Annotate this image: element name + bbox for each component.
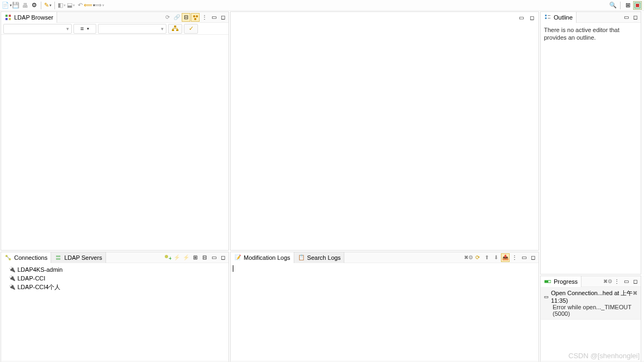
ldap-browser-tree[interactable] [1, 35, 228, 250]
clear-log-button[interactable]: ✖⚙ [464, 253, 473, 262]
maximize-icon[interactable]: ◻ [528, 13, 536, 22]
ldap-browser-panel: LDAP Browser ⟳ 🔗 ⊟ ⋮ ▭ ◻ ▾ = ▾ ▾ [1, 11, 229, 251]
maximize-icon[interactable]: ◻ [219, 253, 227, 262]
tab-ldap-servers-label: LDAP Servers [64, 254, 102, 261]
open-connection-button[interactable]: ⚡ [172, 253, 181, 262]
preferences-button[interactable]: ⚙ [30, 1, 39, 10]
filter-tree-button[interactable] [168, 24, 182, 34]
next-log-button[interactable]: ⬇ [492, 253, 500, 262]
tab-ldap-browser[interactable]: LDAP Browser [1, 12, 57, 23]
undo-button[interactable]: ↶ [76, 1, 84, 10]
export-log-button[interactable]: 📤 [501, 253, 510, 262]
minimize-icon[interactable]: ▭ [517, 13, 525, 22]
forward-button[interactable]: ⟹ [94, 1, 103, 10]
outline-icon [544, 14, 552, 21]
svg-rect-25 [545, 17, 547, 19]
ldap-browser-title: LDAP Browser [14, 14, 53, 21]
minimize-icon[interactable]: ▭ [209, 253, 218, 262]
servers-icon [54, 254, 62, 261]
minimize-icon[interactable]: ▭ [209, 13, 218, 22]
svg-rect-24 [548, 15, 550, 16]
tab-connections[interactable]: Connections [1, 252, 51, 263]
connections-list[interactable]: 🔌 LDAP4KS-admin 🔌 LDAP-CCI 🔌 LDAP-CCI4个人 [1, 263, 228, 362]
svg-rect-28 [544, 280, 548, 283]
connection-item[interactable]: 🔌 LDAP4KS-admin [3, 265, 226, 274]
tab-searchlog-label: Search Logs [307, 254, 341, 261]
svg-point-8 [194, 18, 196, 20]
svg-point-6 [193, 15, 195, 17]
connection-label: LDAP-CCI [17, 275, 45, 282]
maximize-icon[interactable]: ◻ [219, 13, 227, 22]
minimize-icon[interactable]: ▭ [519, 253, 528, 262]
modlog-icon: 📝 [234, 254, 242, 261]
progress-title: Progress [554, 278, 578, 285]
new-connection-button[interactable]: + [163, 253, 172, 262]
tab-progress[interactable]: Progress [541, 276, 581, 287]
svg-rect-5 [9, 18, 11, 20]
svg-rect-20 [56, 258, 60, 260]
ldap-browser-icon [4, 14, 12, 21]
show-dit-button[interactable]: ⊟ [182, 13, 190, 22]
schema-button[interactable]: ◧ [57, 1, 66, 10]
remove-task-button[interactable]: ✖ [631, 289, 639, 297]
show-searches-button[interactable] [191, 13, 200, 22]
outline-empty-message: There is no active editor that provides … [543, 25, 639, 42]
maximize-icon[interactable]: ◻ [631, 13, 640, 22]
view-menu-icon[interactable]: ⋮ [510, 253, 519, 262]
wand-button[interactable]: ✎ [44, 1, 52, 10]
tab-search-logs[interactable]: 📋 Search Logs [294, 252, 345, 263]
tab-modlog-label: Modification Logs [244, 254, 290, 261]
connections-panel: Connections LDAP Servers + ⚡ ⚡ ⊞ ⊟ [1, 252, 229, 362]
ldap-perspective-button[interactable] [633, 1, 642, 10]
svg-rect-9 [174, 26, 176, 27]
close-connection-button[interactable]: ⚡ [182, 253, 190, 262]
clear-all-button[interactable]: ✖⚙ [603, 277, 612, 286]
filter-operator-dropdown[interactable]: = ▾ [73, 24, 96, 34]
minimize-icon[interactable]: ▭ [622, 277, 630, 286]
prev-log-button[interactable]: ⬆ [482, 253, 491, 262]
svg-rect-23 [545, 15, 547, 16]
maximize-icon[interactable]: ◻ [529, 253, 537, 262]
separator [41, 2, 41, 9]
link-icon[interactable]: 🔗 [172, 13, 181, 22]
text-cursor [233, 265, 233, 272]
import-button[interactable]: ⬓ [66, 1, 75, 10]
filter-attr-dropdown[interactable]: ▾ [3, 24, 72, 34]
view-menu-icon[interactable]: ⋮ [200, 13, 209, 22]
search-icon[interactable]: 🔍 [609, 1, 617, 10]
svg-rect-1 [636, 4, 639, 7]
open-perspective-button[interactable]: ⊞ [623, 1, 632, 10]
main-toolbar: 📄 💾 🖶 ⚙ ✎ ◧ ⬓ ↶ ⟸ ⟹ 🔍 ⊞ [0, 0, 644, 11]
connection-closed-icon: 🔌 [9, 284, 15, 290]
separator [620, 2, 621, 9]
refresh-log-button[interactable]: ⟳ [473, 253, 482, 262]
editor-area[interactable]: ▭ ◻ [230, 11, 539, 251]
print-button[interactable]: 🖶 [21, 1, 29, 10]
svg-rect-2 [5, 15, 8, 17]
filter-value-dropdown[interactable]: ▾ [98, 24, 166, 34]
connections-icon [4, 254, 12, 261]
separator [54, 2, 55, 9]
svg-text:+: + [169, 255, 171, 261]
tab-outline[interactable]: Outline [541, 12, 577, 23]
maximize-icon[interactable]: ◻ [631, 277, 640, 286]
svg-rect-4 [5, 18, 8, 20]
connection-closed-icon: 🔌 [9, 266, 15, 273]
log-text-area[interactable] [231, 263, 538, 362]
svg-rect-3 [9, 15, 11, 17]
filter-run-button[interactable]: ✓ [184, 24, 198, 34]
connection-item[interactable]: 🔌 LDAP-CCI [3, 274, 226, 283]
connection-item[interactable]: 🔌 LDAP-CCI4个人 [3, 283, 226, 291]
save-button[interactable]: 💾 [11, 1, 20, 10]
tab-ldap-servers[interactable]: LDAP Servers [51, 252, 106, 263]
tab-modification-logs[interactable]: 📝 Modification Logs [231, 252, 294, 263]
minimize-icon[interactable]: ▭ [622, 13, 630, 22]
outline-panel: Outline ▭ ◻ There is no active editor th… [540, 11, 641, 274]
refresh-icon[interactable]: ⟳ [163, 13, 172, 22]
svg-point-21 [165, 255, 168, 258]
new-wizard-button[interactable]: 📄 [2, 1, 11, 10]
collapse-all-button[interactable]: ⊟ [200, 253, 209, 262]
view-menu-icon[interactable]: ⋮ [612, 277, 621, 286]
expand-all-button[interactable]: ⊞ [191, 253, 200, 262]
tab-connections-label: Connections [14, 254, 47, 261]
